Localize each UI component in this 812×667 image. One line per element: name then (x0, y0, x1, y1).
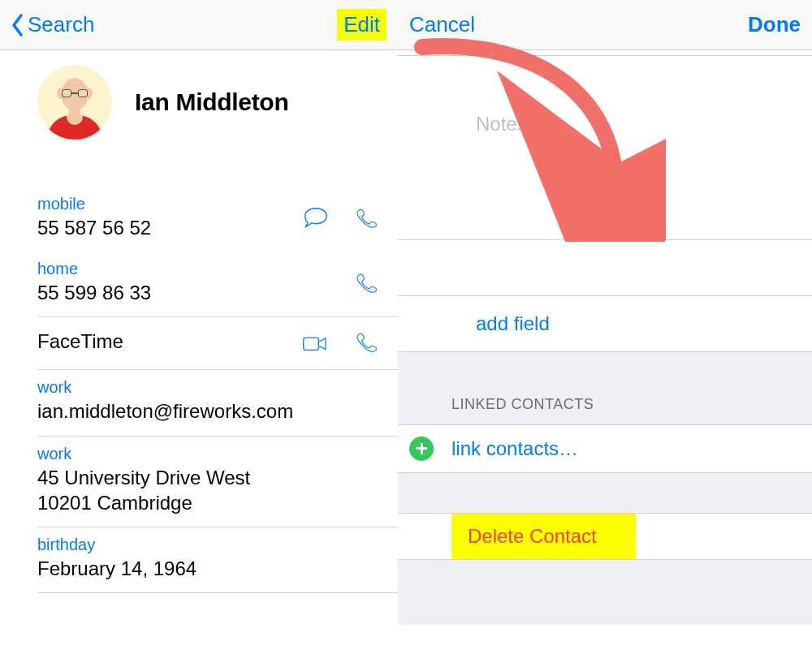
address-line1: 45 University Drive West (37, 465, 387, 490)
edit-button[interactable]: Edit (337, 9, 387, 41)
svg-rect-0 (304, 338, 319, 350)
chevron-left-icon (11, 14, 24, 37)
video-icon[interactable] (302, 329, 330, 357)
field-value: ian.middleton@fireworks.com (37, 398, 387, 424)
field-value: 55 599 86 33 (37, 280, 387, 305)
field-value: February 14, 1964 (37, 556, 387, 581)
field-birthday[interactable]: birthday February 14, 1964 (37, 527, 398, 593)
edit-body: Notes add field LINKED CONTACTS link con… (398, 55, 812, 667)
field-facetime[interactable]: FaceTime (37, 317, 398, 370)
message-icon[interactable] (302, 205, 330, 233)
back-button[interactable]: Search (11, 12, 94, 37)
contact-header: Ian Middleton (0, 50, 398, 148)
field-label: birthday (37, 536, 387, 554)
contact-detail-screen: Search Edit Ian Middleton mobile 55 587 … (0, 0, 398, 667)
back-label: Search (28, 12, 94, 37)
fields-list: mobile 55 587 56 52 home 55 599 86 33 (0, 148, 398, 593)
field-address[interactable]: work 45 University Drive West 10201 Camb… (37, 437, 398, 527)
nav-bar-right: Cancel Done (398, 0, 812, 50)
field-label: work (37, 378, 387, 397)
notes-label: Notes (476, 113, 812, 136)
contact-edit-screen: Cancel Done Notes add field LINKED CONTA… (398, 0, 812, 667)
field-mobile[interactable]: mobile 55 587 56 52 (37, 187, 398, 252)
phone-icon[interactable] (352, 329, 380, 357)
add-field-row[interactable]: add field (398, 295, 812, 352)
field-label: work (37, 445, 387, 463)
linked-contacts-header: LINKED CONTACTS (398, 352, 812, 425)
plus-icon (409, 437, 434, 461)
cancel-button[interactable]: Cancel (409, 12, 475, 37)
field-home[interactable]: home 55 599 86 33 (37, 252, 398, 317)
address-line2: 10201 Cambridge (37, 490, 387, 515)
field-email[interactable]: work ian.middleton@fireworks.com (37, 370, 398, 436)
done-button[interactable]: Done (748, 12, 801, 37)
delete-contact-row[interactable]: Delete Contact (398, 514, 812, 560)
link-contacts-label: link contacts… (451, 437, 578, 460)
add-field-label: add field (476, 312, 550, 334)
avatar[interactable] (37, 65, 112, 140)
contact-name: Ian Middleton (135, 88, 288, 116)
nav-bar-left: Search Edit (0, 0, 398, 50)
notes-field[interactable]: Notes (398, 55, 812, 240)
delete-contact-label: Delete Contact (468, 525, 597, 547)
link-contacts-row[interactable]: link contacts… (398, 425, 812, 473)
spacer (398, 560, 812, 625)
spacer (398, 473, 812, 514)
field-label: home (37, 260, 387, 278)
phone-icon[interactable] (352, 205, 380, 233)
phone-icon[interactable] (352, 270, 380, 298)
